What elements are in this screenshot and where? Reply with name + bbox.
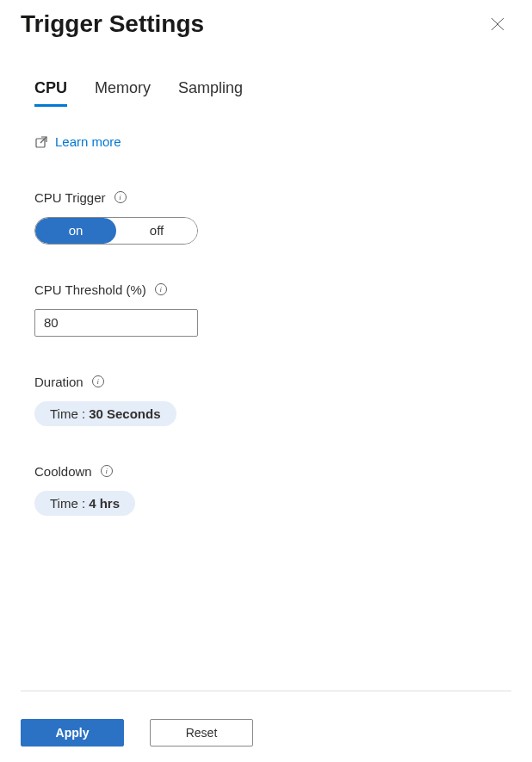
duration-pill[interactable]: Time : 30 Seconds xyxy=(34,401,176,426)
info-icon[interactable]: i xyxy=(155,283,167,295)
apply-button[interactable]: Apply xyxy=(21,719,124,747)
svg-line-3 xyxy=(40,137,46,143)
page-title: Trigger Settings xyxy=(21,10,204,38)
cpu-trigger-toggle-on[interactable]: on xyxy=(35,218,116,244)
info-icon[interactable]: i xyxy=(101,465,113,477)
info-icon[interactable]: i xyxy=(92,375,104,387)
close-icon xyxy=(491,17,504,31)
cpu-trigger-toggle[interactable]: on off xyxy=(34,217,198,245)
learn-more-label: Learn more xyxy=(55,134,121,149)
duration-value: 30 Seconds xyxy=(89,406,160,421)
duration-label: Duration xyxy=(34,375,84,389)
learn-more-link[interactable]: Learn more xyxy=(34,134,121,149)
info-icon[interactable]: i xyxy=(114,191,127,203)
cpu-threshold-input[interactable] xyxy=(34,309,198,337)
cpu-trigger-label: CPU Trigger xyxy=(34,190,106,205)
footer-divider xyxy=(21,691,511,691)
tab-cpu[interactable]: CPU xyxy=(34,79,67,107)
tab-memory[interactable]: Memory xyxy=(95,79,151,107)
cooldown-pill[interactable]: Time : 4 hrs xyxy=(34,491,135,516)
cooldown-label: Cooldown xyxy=(34,464,92,479)
external-link-icon xyxy=(34,135,48,149)
cpu-trigger-toggle-off[interactable]: off xyxy=(116,218,197,244)
duration-prefix: Time : xyxy=(50,406,85,421)
cooldown-prefix: Time : xyxy=(50,496,85,511)
tab-sampling[interactable]: Sampling xyxy=(178,79,243,107)
cpu-threshold-label: CPU Threshold (%) xyxy=(34,282,146,297)
cooldown-value: 4 hrs xyxy=(89,496,120,511)
close-button[interactable] xyxy=(484,10,511,38)
reset-button[interactable]: Reset xyxy=(150,719,253,747)
tab-bar: CPU Memory Sampling xyxy=(0,79,532,107)
